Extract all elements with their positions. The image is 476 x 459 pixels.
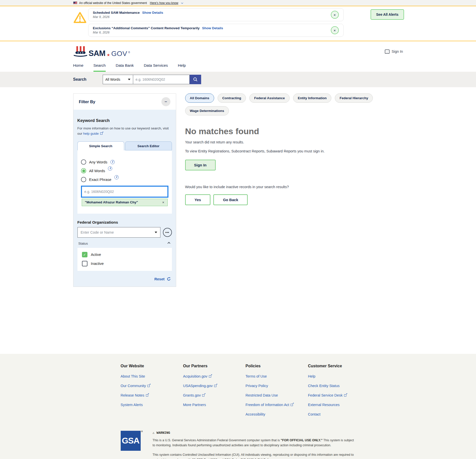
chevron-up-icon[interactable] <box>167 242 170 245</box>
sign-in-icon: ← <box>385 49 390 54</box>
simple-search-panel: Any Words i All Words i Exact Phrase i <box>77 150 172 214</box>
nav-item-help[interactable]: Help <box>178 60 186 72</box>
search-band-label: Search <box>73 77 103 82</box>
us-flag-icon <box>73 1 77 4</box>
logo-gov-text: GOV <box>111 50 127 57</box>
nav-item-data-bank[interactable]: Data Bank <box>116 60 134 72</box>
radio-all-words[interactable] <box>81 168 86 173</box>
filter-by-title: Filter By <box>79 99 95 104</box>
search-mode-value: All Words <box>105 77 120 81</box>
close-icon[interactable]: × <box>331 11 339 19</box>
warning-block: ⚠ WARNING This is a U.S. General Service… <box>153 431 355 459</box>
footer-link-release-notes[interactable]: Release Notes <box>121 393 183 397</box>
collapse-filters-button[interactable]: − <box>161 97 170 106</box>
search-button[interactable] <box>190 75 201 84</box>
warning-paragraph-1: This is a U.S. General Services Administ… <box>153 438 355 448</box>
federal-org-input[interactable] <box>81 230 146 234</box>
alert-show-details-link[interactable]: Show Details <box>142 11 163 14</box>
footer-link-usaspending-gov[interactable]: USASpending.gov <box>183 384 246 388</box>
footer-link-contact[interactable]: Contact <box>308 412 386 416</box>
info-icon[interactable]: i <box>114 175 119 179</box>
footer-link-privacy-policy[interactable]: Privacy Policy <box>246 384 308 388</box>
external-link-icon <box>100 132 103 135</box>
see-all-alerts-button[interactable]: See All Alerts <box>371 9 404 20</box>
close-icon[interactable]: × <box>331 26 339 34</box>
footer-column-customer-service: Customer Service Help Check Entity Statu… <box>308 364 386 422</box>
warning-title: ⚠ WARNING <box>153 431 355 435</box>
federal-org-combobox[interactable] <box>77 227 160 238</box>
sign-in-required-message: To view Entity Registrations, Subcontrac… <box>185 149 325 154</box>
reset-icon[interactable] <box>167 277 171 281</box>
alert-title: Scheduled SAM Maintenance <box>93 11 140 14</box>
pill-federal-assistance[interactable]: Federal Assistance <box>249 93 290 103</box>
footer-column-our-website: Our Website About This Site Our Communit… <box>121 364 183 422</box>
radio-exact-phrase-label: Exact Phrase <box>89 177 111 182</box>
help-guide-link[interactable]: help guide <box>83 132 103 135</box>
gov-banner-link[interactable]: Here's how you know <box>150 1 178 5</box>
footer-link-about-this-site[interactable]: About This Site <box>121 374 183 378</box>
checkbox-inactive[interactable] <box>82 261 87 266</box>
checkbox-active[interactable]: ✓ <box>82 252 87 257</box>
nav-item-search[interactable]: Search <box>93 60 106 72</box>
footer-link-check-entity-status[interactable]: Check Entity Status <box>308 384 386 388</box>
results-area: All Domains Contracting Federal Assistan… <box>185 93 403 205</box>
pill-all-domains[interactable]: All Domains <box>185 93 214 103</box>
sign-in-button[interactable]: Sign In <box>185 160 216 170</box>
checkbox-inactive-label: Inactive <box>91 261 104 266</box>
alert-show-details-link[interactable]: Show Details <box>202 26 223 30</box>
search-mode-select[interactable]: All Words <box>103 75 133 84</box>
status-box: ✓ Active Inactive <box>77 248 172 271</box>
footer-link-external-resources[interactable]: External Resources <box>308 403 386 407</box>
footer-link-help[interactable]: Help <box>308 374 386 378</box>
nav-item-home[interactable]: Home <box>73 60 83 72</box>
external-link-icon <box>147 384 150 387</box>
go-back-button[interactable]: Go Back <box>213 194 248 205</box>
footer-heading: Our Partners <box>183 364 246 368</box>
footer-link-restricted-data-use[interactable]: Restricted Data Use <box>246 393 308 397</box>
radio-exact-phrase[interactable] <box>81 177 86 182</box>
external-link-icon <box>209 375 212 378</box>
external-link-icon <box>146 394 149 397</box>
chip-close-icon[interactable]: × <box>162 200 164 204</box>
alert-date: Mar 6, 2026 <box>93 31 223 34</box>
tab-simple-search[interactable]: Simple Search <box>77 141 124 150</box>
pill-contracting[interactable]: Contracting <box>218 93 246 103</box>
alert-title: Exclusions “Additional Comments” Content… <box>93 26 200 30</box>
footer-link-terms-of-use[interactable]: Terms of Use <box>246 374 308 378</box>
checkbox-active-label: Active <box>91 252 101 257</box>
pill-wage-determinations[interactable]: Wage Determinations <box>185 106 229 115</box>
footer-link-grants-gov[interactable]: Grants.gov <box>183 393 246 397</box>
footer-link-more-partners[interactable]: More Partners <box>183 403 246 407</box>
yes-button[interactable]: Yes <box>185 194 211 205</box>
external-link-icon <box>214 384 217 387</box>
info-icon[interactable]: i <box>108 166 112 171</box>
pill-federal-hierarchy[interactable]: Federal Hierarchy <box>335 93 373 103</box>
footer-link-accessibility[interactable]: Accessibility <box>246 412 308 416</box>
site-footer: Our Website About This Site Our Communit… <box>0 354 476 459</box>
footer-link-our-community[interactable]: Our Community <box>121 384 183 388</box>
sign-in-link[interactable]: ← Sign In <box>385 49 403 54</box>
no-results-message: Your search did not return any results. <box>185 140 403 144</box>
reset-filters-link[interactable]: Reset <box>154 277 165 281</box>
info-icon[interactable]: i <box>110 160 115 164</box>
nav-item-data-services[interactable]: Data Services <box>144 60 168 72</box>
global-search-input[interactable] <box>133 75 190 84</box>
external-link-icon <box>344 394 347 397</box>
alert-band: Scheduled SAM Maintenance Show Details M… <box>0 6 476 41</box>
tab-search-editor[interactable]: Search Editor <box>125 141 172 150</box>
status-label: Status <box>78 242 88 245</box>
footer-heading: Policies <box>246 364 308 368</box>
radio-all-words-label: All Words <box>89 169 105 173</box>
footer-link-system-alerts[interactable]: System Alerts <box>121 403 183 407</box>
footer-link-foia[interactable]: Freedom of Information Act <box>246 403 308 407</box>
pill-entity-information[interactable]: Entity Information <box>293 93 332 103</box>
svg-text:★ ★ ★: ★ ★ ★ <box>77 52 84 54</box>
sam-gov-logo[interactable]: ★ ★ ★ SAM★GOV® <box>73 46 130 57</box>
footer-link-federal-service-desk[interactable]: Federal Service Desk <box>308 393 386 397</box>
radio-any-words[interactable] <box>81 159 86 165</box>
footer-heading: Customer Service <box>308 364 386 368</box>
logo-sam-text: SAM <box>89 49 105 57</box>
federal-org-more-button[interactable]: ••• <box>163 228 172 237</box>
keyword-search-input[interactable] <box>81 186 168 198</box>
footer-link-acquisition-gov[interactable]: Acquisition.gov <box>183 374 246 378</box>
